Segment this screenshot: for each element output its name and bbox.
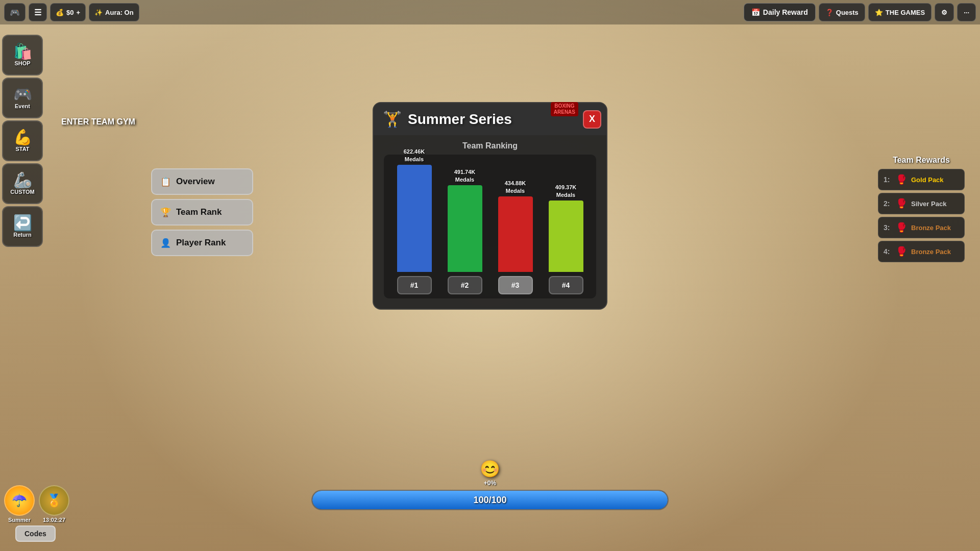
bar-unit-3: Medals	[506, 188, 525, 194]
reward-name-1: Gold Pack	[911, 176, 944, 184]
team-rank-icon: 🏆	[160, 207, 171, 218]
xp-bar-text: 100/100	[473, 495, 506, 506]
bar-col-2: 491.74K Medals	[445, 168, 485, 272]
bar-label-4: 409.37K Medals	[555, 184, 577, 198]
question-icon: ❓	[825, 9, 834, 16]
codes-button[interactable]: Codes	[15, 525, 56, 542]
overview-icon: 📋	[160, 177, 171, 187]
aura-label: Aura: On	[105, 9, 134, 16]
overview-label: Overview	[176, 177, 215, 187]
games-button[interactable]: ⭐ THE GAMES	[868, 3, 932, 21]
reward-row-1: 1: 🥊 Gold Pack	[878, 169, 965, 190]
bar-unit-2: Medals	[455, 177, 474, 183]
summer-button[interactable]: ☂️ Summer	[4, 485, 35, 523]
player-rank-button[interactable]: 👤 Player Rank	[151, 230, 253, 256]
sidebar-item-event[interactable]: 🎮 Event	[2, 78, 43, 118]
stat-icon: 💪	[13, 130, 32, 145]
reward-icon-1: 🥊	[896, 174, 907, 185]
chart-area: 622.46K Medals 491.74K Medals 434.88K Me…	[384, 155, 596, 298]
reward-icon-2: 🥊	[896, 198, 907, 209]
bottom-left-icons: ☂️ Summer 🏅 13:02:27	[0, 485, 74, 523]
rank-badge-2: #2	[448, 276, 482, 294]
bar-unit-1: Medals	[405, 156, 424, 162]
rank-badge-1: #1	[397, 276, 432, 294]
bar-4	[549, 201, 583, 272]
overview-button[interactable]: 📋 Overview	[151, 168, 253, 195]
star-icon: ⭐	[875, 9, 883, 16]
player-rank-label: Player Rank	[176, 238, 226, 248]
boxing-tag-line1: BOXING	[554, 103, 574, 109]
summer-icon: ☂️	[4, 485, 35, 516]
stat-label: STAT	[15, 146, 29, 152]
top-bar: 🎮 ☰ 💰 $0 + ✨ Aura: On 📅 Daily Reward ❓ Q…	[0, 0, 980, 24]
reward-rank-2: 2:	[884, 199, 892, 208]
event-label: Event	[15, 103, 30, 109]
return-label: Return	[13, 232, 31, 238]
sidebar-item-stat[interactable]: 💪 STAT	[2, 120, 43, 161]
reward-rank-4: 4:	[884, 247, 892, 256]
reward-rank-1: 1:	[884, 176, 892, 184]
custom-label: CUSTOM	[10, 189, 34, 195]
boxing-tag: BOXING ARENAS	[551, 102, 578, 116]
quests-button[interactable]: ❓ Quests	[819, 3, 865, 21]
currency-icon: 💰	[56, 9, 64, 16]
player-rank-icon: 👤	[160, 238, 171, 248]
reward-row-4: 4: 🥊 Bronze Pack	[878, 241, 965, 262]
gear-icon: ⚙	[941, 9, 947, 16]
rewards-title: Team Rewards	[878, 156, 965, 165]
reward-name-2: Silver Pack	[911, 200, 946, 208]
nav-buttons: 📋 Overview 🏆 Team Rank 👤 Player Rank	[151, 168, 253, 256]
player-avatar-icon: 😊	[480, 459, 500, 479]
xp-bar-container: 100/100	[311, 490, 669, 510]
rank-badge-4: #4	[549, 276, 583, 294]
more-button[interactable]: ···	[957, 3, 976, 21]
bar-medals-1: 622.46K	[404, 148, 425, 155]
reward-rank-3: 3:	[884, 223, 892, 232]
currency-value: $0	[66, 9, 74, 16]
team-rank-button[interactable]: 🏆 Team Rank	[151, 199, 253, 226]
team-rewards-panel: Team Rewards 1: 🥊 Gold Pack 2: 🥊 Silver …	[878, 156, 965, 265]
roblox-icon: 🎮	[10, 8, 20, 17]
bar-label-1: 622.46K Medals	[404, 148, 425, 163]
games-label: THE GAMES	[886, 9, 925, 16]
settings-button[interactable]: ⚙	[935, 3, 954, 21]
boxing-tag-line2: ARENAS	[554, 109, 575, 115]
aura-button[interactable]: ✨ Aura: On	[89, 3, 139, 21]
team-rank-label: Team Rank	[176, 207, 222, 217]
bar-col-3: 434.88K Medals	[495, 180, 536, 272]
daily-reward-button[interactable]: 📅 Daily Reward	[744, 3, 816, 21]
currency-button[interactable]: 💰 $0 +	[50, 3, 86, 21]
bar-label-3: 434.88K Medals	[505, 180, 526, 194]
bar-unit-4: Medals	[556, 192, 575, 198]
codes-label: Codes	[24, 530, 46, 538]
aura-icon: ✨	[94, 9, 103, 16]
sidebar: 🛍️ SHOP 🎮 Event 💪 STAT 🦾 CUSTOM ↩️ Retur…	[0, 31, 46, 251]
gym-pass-button[interactable]: 🏅 13:02:27	[39, 485, 69, 523]
daily-reward-label: Daily Reward	[763, 8, 808, 16]
roblox-button[interactable]: 🎮	[4, 3, 26, 21]
shop-label: SHOP	[14, 60, 30, 66]
sidebar-item-custom[interactable]: 🦾 CUSTOM	[2, 163, 43, 204]
reward-name-3: Bronze Pack	[911, 224, 951, 232]
player-pct: +0%	[484, 480, 496, 487]
shop-icon: 🛍️	[13, 44, 32, 59]
summer-label: Summer	[8, 517, 31, 523]
bar-col-4: 409.37K Medals	[546, 184, 586, 272]
bar-medals-4: 409.37K	[555, 184, 577, 190]
bars-container: 622.46K Medals 491.74K Medals 434.88K Me…	[389, 160, 591, 272]
custom-icon: 🦾	[13, 172, 32, 188]
bar-1	[397, 165, 432, 272]
reward-icon-3: 🥊	[896, 222, 907, 233]
bar-col-1: 622.46K Medals	[394, 148, 435, 272]
menu-button[interactable]: ☰	[29, 3, 47, 21]
sidebar-item-return[interactable]: ↩️ Return	[2, 206, 43, 247]
calendar-icon: 📅	[751, 8, 760, 16]
enter-team-gym-label: ENTER TEAM GYM	[61, 117, 135, 127]
summer-series-dialog: 🏋️ Summer Series BOXING ARENAS X Team Ra…	[373, 102, 607, 310]
quests-label: Quests	[836, 9, 859, 16]
close-button[interactable]: X	[583, 110, 601, 129]
reward-icon-4: 🥊	[896, 246, 907, 257]
sidebar-item-shop[interactable]: 🛍️ SHOP	[2, 35, 43, 76]
dialog-header-icon: 🏋️	[383, 110, 402, 128]
bar-label-2: 491.74K Medals	[454, 168, 476, 183]
